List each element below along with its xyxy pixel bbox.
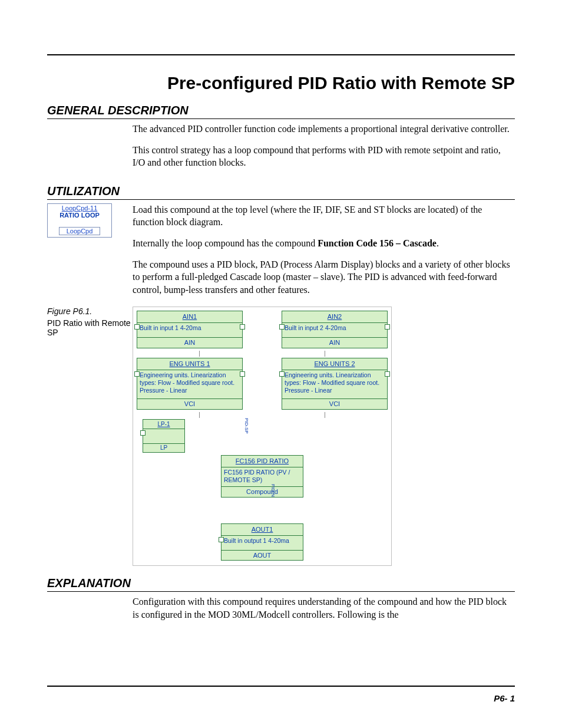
- block-head: AIN1: [137, 311, 242, 323]
- section-heading-utilization: UTILIZATION: [47, 185, 515, 200]
- bottom-rule: [47, 686, 515, 687]
- utilization-block: LoopCpd-11 RATIO LOOP LoopCpd Load this …: [47, 203, 515, 305]
- text: .: [437, 238, 439, 248]
- paragraph: The advanced PID controller function cod…: [133, 123, 515, 136]
- port-icon: [134, 371, 140, 377]
- block-body: FC156 PID RATIO (PV / REMOTE SP): [222, 467, 303, 486]
- paragraph: Internally the loop compound has the com…: [133, 237, 515, 250]
- paragraph: Configuration with this compound require…: [133, 595, 515, 621]
- block-foot: LP: [143, 443, 184, 452]
- block-head: ENG UNITS 2: [282, 358, 387, 370]
- paragraph: This control strategy has a loop compoun…: [133, 144, 515, 169]
- port-icon: [240, 324, 245, 330]
- connector: [137, 351, 388, 357]
- top-rule: [47, 54, 515, 55]
- block-body: Built in output 1 4-20ma: [222, 536, 303, 550]
- port-icon: [279, 324, 285, 330]
- block-head: FC156 PID RATIO: [222, 456, 303, 467]
- port-icon: [219, 537, 224, 542]
- paragraph: Load this compound at the top level (whe…: [133, 203, 515, 229]
- block-head: LP-1: [143, 420, 184, 430]
- explanation-body: Configuration with this compound require…: [133, 595, 515, 629]
- block-body: Engineering units. Linearization types: …: [137, 370, 242, 398]
- block-foot: AIN: [137, 337, 242, 348]
- figure-row: Figure P6.1. PID Ratio with Remote SP AI…: [47, 307, 515, 566]
- general-body: The advanced PID controller function cod…: [133, 123, 515, 177]
- tag-pid-n: PID-N: [269, 484, 276, 497]
- block-lp1: LP-1 LP: [143, 419, 185, 453]
- diagram-center: PID-SP LP-1 LP FC156 PID RATIO FC156 PID…: [137, 419, 388, 561]
- block-eng2: ENG UNITS 2 Engineering units. Lineariza…: [282, 358, 388, 410]
- block-aout: AOUT1 Built in output 1 4-20ma AOUT: [221, 523, 303, 561]
- port-icon: [385, 371, 390, 377]
- block-foot: VCI: [282, 398, 387, 409]
- block-eng1: ENG UNITS 1 Engineering units. Lineariza…: [137, 358, 243, 410]
- port-icon: [385, 324, 390, 330]
- loop-compound-icon: LoopCpd-11 RATIO LOOP LoopCpd: [47, 203, 112, 238]
- figure-body: AIN1 Built in input 1 4-20ma AIN AIN2 Bu…: [133, 307, 515, 566]
- figure-caption-col: Figure P6.1. PID Ratio with Remote SP: [47, 307, 133, 337]
- port-icon: [240, 371, 245, 377]
- paragraph: The compound uses a PID block, PAD (Proc…: [133, 258, 515, 297]
- figure-caption: PID Ratio with Remote SP: [47, 318, 133, 337]
- block-foot: VCI: [137, 398, 242, 409]
- block-foot: Compound: [222, 486, 303, 497]
- bold-text: Function Code 156 – Cascade: [318, 238, 437, 248]
- block-head: AIN2: [282, 311, 387, 323]
- block-ain2: AIN2 Built in input 2 4-20ma AIN: [282, 311, 388, 348]
- cpd-icon-line2: RATIO LOOP: [48, 212, 111, 227]
- section-heading-general: GENERAL DESCRIPTION: [47, 104, 515, 119]
- port-icon: [140, 430, 146, 436]
- diagram-row-eng: ENG UNITS 1 Engineering units. Lineariza…: [137, 358, 388, 410]
- utilization-body: Load this compound at the top level (whe…: [133, 203, 515, 305]
- block-head: AOUT1: [222, 524, 303, 536]
- block-pid: FC156 PID RATIO FC156 PID RATIO (PV / RE…: [221, 455, 303, 498]
- general-block: The advanced PID controller function cod…: [47, 123, 515, 177]
- utilization-left: LoopCpd-11 RATIO LOOP LoopCpd: [47, 203, 133, 238]
- spacer: [137, 500, 388, 523]
- section-heading-explanation: EXPLANATION: [47, 577, 515, 592]
- text: Internally the loop compound has the com…: [133, 238, 318, 248]
- cpd-icon-line1: LoopCpd-11: [48, 204, 111, 212]
- block-ain1: AIN1 Built in input 1 4-20ma AIN: [137, 311, 243, 348]
- port-icon: [134, 324, 140, 330]
- block-body: [143, 429, 184, 443]
- port-icon: [279, 371, 285, 377]
- tag-pid-sp: PID-SP: [243, 418, 249, 434]
- block-foot: AOUT: [222, 550, 303, 561]
- diagram-row-ain: AIN1 Built in input 1 4-20ma AIN AIN2 Bu…: [137, 311, 388, 348]
- diagram: AIN1 Built in input 1 4-20ma AIN AIN2 Bu…: [133, 307, 392, 566]
- block-body: Built in input 1 4-20ma: [137, 323, 242, 337]
- block-body: Engineering units. Linearization types: …: [282, 370, 387, 398]
- connector: [137, 412, 388, 418]
- cpd-icon-bottom: LoopCpd: [59, 227, 100, 235]
- page-number: P6- 1: [494, 693, 515, 703]
- explanation-block: Configuration with this compound require…: [47, 595, 515, 629]
- block-foot: AIN: [282, 337, 387, 348]
- block-body: Built in input 2 4-20ma: [282, 323, 387, 337]
- page: Pre-configured PID Ratio with Remote SP …: [0, 0, 562, 728]
- block-head: ENG UNITS 1: [137, 358, 242, 370]
- page-title: Pre-configured PID Ratio with Remote SP: [47, 73, 515, 93]
- figure-label: Figure P6.1.: [47, 307, 133, 316]
